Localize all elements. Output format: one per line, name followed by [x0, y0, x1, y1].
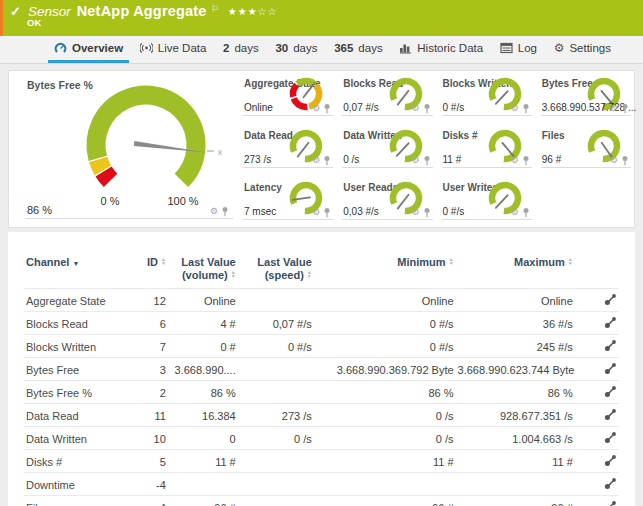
gauge-settings-icon[interactable]: ⚙: [411, 104, 419, 113]
gauge-cell-latency[interactable]: Latency7 msec⚙: [237, 175, 336, 227]
gauge-pin-icon[interactable]: [423, 207, 431, 218]
gauge-settings-icon[interactable]: ⚙: [210, 207, 218, 216]
channel-name: Blocks Read: [24, 312, 129, 335]
column-header-id[interactable]: ID▲▼: [129, 254, 168, 289]
tab-historic-data[interactable]: Historic Data: [393, 36, 489, 63]
minimum-value: Online: [314, 289, 456, 312]
maximum-value: 245 #/s: [456, 335, 575, 358]
divider: [442, 219, 532, 220]
primary-gauge-cell[interactable]: Bytes Free % x̄0 %100 % 86 % ⚙: [9, 71, 237, 227]
channel-id: 11: [129, 404, 168, 427]
gauge-cell-blocks-written[interactable]: Blocks Written0 #/s⚙: [436, 71, 535, 123]
gauge-settings-icon[interactable]: ⚙: [511, 208, 519, 217]
channel-settings-cell[interactable]: [575, 358, 619, 381]
live-icon: [140, 42, 153, 54]
gauge-settings-icon[interactable]: ⚙: [312, 208, 320, 217]
tab-live-data[interactable]: Live Data: [134, 36, 213, 63]
channel-settings-cell[interactable]: [575, 427, 619, 450]
gauge-pin-icon[interactable]: [621, 103, 629, 114]
gauge-label: Files: [542, 130, 565, 141]
gauge-settings-icon[interactable]: ⚙: [411, 208, 419, 217]
column-header-maximum[interactable]: Maximum▲▼: [456, 254, 575, 289]
tab-2-days[interactable]: 2days: [217, 36, 265, 63]
gauge-cell-data-read[interactable]: Data Read273 /s⚙: [237, 123, 336, 175]
column-header-channel[interactable]: Channel▼: [24, 254, 129, 289]
gauge-settings-icon[interactable]: ⚙: [511, 104, 519, 113]
gauge-pin-icon[interactable]: [423, 155, 431, 166]
channel-settings-icon[interactable]: [604, 293, 617, 306]
channel-settings-cell[interactable]: [575, 381, 619, 404]
channel-settings-icon[interactable]: [604, 500, 617, 506]
channel-settings-icon[interactable]: [604, 385, 617, 398]
tab-log[interactable]: Log: [494, 36, 543, 63]
channel-settings-cell[interactable]: [575, 450, 619, 473]
gauge-cell-disks[interactable]: Disks #11 #⚙: [436, 123, 535, 175]
gauge-cell-aggregate-state[interactable]: Aggregate StateOnline⚙: [237, 71, 336, 123]
sort-icon[interactable]: ▲▼: [568, 257, 573, 265]
gauge-cell-user-reads[interactable]: User Reads0,03 #/s⚙: [336, 175, 435, 227]
channel-settings-cell[interactable]: [575, 335, 619, 358]
gauge-pin-icon[interactable]: [522, 155, 530, 166]
channel-settings-cell[interactable]: [575, 496, 619, 506]
gauge-pin-icon[interactable]: [221, 206, 229, 217]
column-header-minimum[interactable]: Minimum▲▼: [314, 254, 456, 289]
gauge-cell-bytes-free[interactable]: Bytes Free3.668.990.537.728 ...⚙: [535, 71, 634, 123]
sort-icon[interactable]: ▲▼: [231, 270, 236, 278]
tab-overview[interactable]: Overview: [48, 36, 129, 63]
sort-icon[interactable]: ▲▼: [307, 270, 312, 278]
flag-icon[interactable]: ⚐: [211, 4, 219, 14]
gauge-pin-icon[interactable]: [621, 155, 629, 166]
gauge-pin-icon[interactable]: [323, 207, 331, 218]
channel-settings-icon[interactable]: [604, 454, 617, 467]
sort-desc-icon[interactable]: ▼: [72, 260, 79, 267]
gauge-pin-icon[interactable]: [323, 103, 331, 114]
gauge-settings-icon[interactable]: ⚙: [610, 156, 618, 165]
channel-settings-icon[interactable]: [604, 362, 617, 375]
gauge-min-label: 0 %: [101, 195, 120, 207]
tab-settings[interactable]: ⚙Settings: [548, 36, 617, 63]
gauge-pin-icon[interactable]: [522, 103, 530, 114]
tab-365-days[interactable]: 365days: [328, 36, 388, 63]
divider: [243, 115, 333, 116]
channel-settings-icon[interactable]: [604, 477, 617, 490]
last-value-speed: [238, 473, 314, 496]
last-value-volume: Online: [168, 289, 238, 312]
gauge-pin-icon[interactable]: [423, 103, 431, 114]
tab-bar: OverviewLive Data2days30days365daysHisto…: [0, 36, 643, 64]
tab-label: Historic Data: [417, 42, 483, 54]
channel-settings-icon[interactable]: [604, 408, 617, 421]
sort-icon[interactable]: ▲▼: [449, 257, 454, 265]
gauge-pin-icon[interactable]: [522, 207, 530, 218]
tab-30-days[interactable]: 30days: [269, 36, 323, 63]
sort-icon[interactable]: ▲▼: [161, 257, 166, 265]
gauge-cell-files[interactable]: Files96 #⚙: [535, 123, 634, 175]
channel-settings-icon[interactable]: [604, 339, 617, 352]
channel-settings-cell[interactable]: [575, 312, 619, 335]
column-header-actions: [575, 254, 619, 289]
gauge-settings-icon[interactable]: ⚙: [411, 156, 419, 165]
channel-name: Data Written: [24, 427, 129, 450]
column-header-last-value-volume[interactable]: Last Value(volume)▲▼: [168, 254, 238, 289]
maximum-value: [456, 473, 575, 496]
channel-id: 4: [129, 496, 168, 506]
priority-stars[interactable]: ★★★☆☆: [228, 6, 278, 17]
tab-label: Overview: [72, 42, 123, 54]
gauge-settings-icon[interactable]: ⚙: [312, 156, 320, 165]
tab-label: days: [358, 42, 382, 54]
last-value-volume: 0: [168, 427, 238, 450]
column-header-last-value-speed[interactable]: Last Value(speed)▲▼: [238, 254, 314, 289]
channel-id: 7: [129, 335, 168, 358]
gauge-cell-user-writes[interactable]: User Writes0 #/s⚙: [436, 175, 535, 227]
channel-settings-cell[interactable]: [575, 289, 619, 312]
channel-settings-icon[interactable]: [604, 316, 617, 329]
gauge-settings-icon[interactable]: ⚙: [610, 104, 618, 113]
channel-settings-icon[interactable]: [604, 431, 617, 444]
gauge-cell-data-written[interactable]: Data Written0 /s⚙: [336, 123, 435, 175]
gauge-pin-icon[interactable]: [323, 155, 331, 166]
channel-settings-cell[interactable]: [575, 404, 619, 427]
gauge-settings-icon[interactable]: ⚙: [511, 156, 519, 165]
gauge-cell-blocks-read[interactable]: Blocks Read0,07 #/s⚙: [336, 71, 435, 123]
gauge-settings-icon[interactable]: ⚙: [312, 104, 320, 113]
channel-settings-cell[interactable]: [575, 473, 619, 496]
tab-number: 2: [223, 42, 229, 54]
